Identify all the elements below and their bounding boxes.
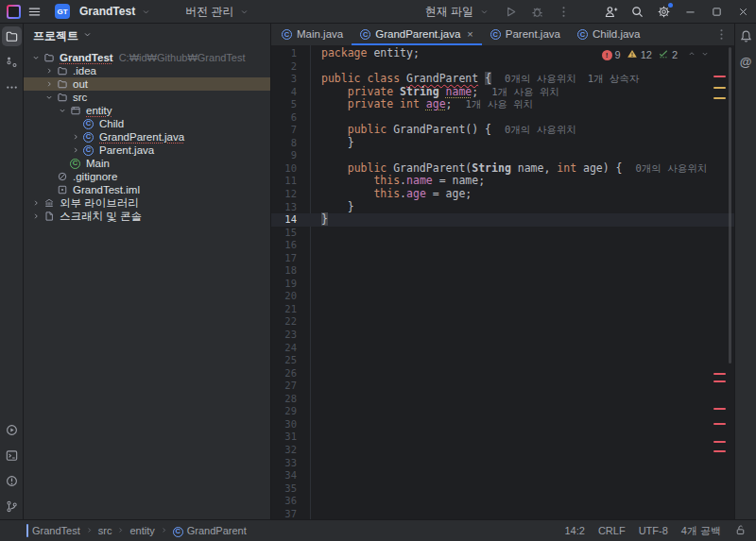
error-stripe-mark[interactable]: [713, 423, 726, 425]
indent-size[interactable]: 4개 공백: [681, 524, 721, 538]
project-tool-icon[interactable]: [2, 26, 22, 46]
search-everywhere-button[interactable]: [624, 0, 650, 23]
warning-count-badge[interactable]: 12: [627, 48, 652, 61]
tree-item-grandtest[interactable]: GrandTestC:₩id₩Github₩GrandTest: [24, 51, 270, 64]
run-configuration-selector[interactable]: 현재 파일: [420, 0, 497, 23]
warning-stripe-mark[interactable]: [713, 97, 726, 99]
breadcrumb-item-grandparent[interactable]: CGrandParent: [173, 524, 247, 536]
ai-assistant-icon[interactable]: @: [736, 52, 756, 72]
tab-parent-java[interactable]: CParent.java: [482, 24, 569, 45]
file-encoding[interactable]: UTF-8: [639, 525, 668, 536]
settings-button[interactable]: [650, 0, 677, 23]
caret-position[interactable]: 14:2: [564, 525, 584, 536]
tab-close-icon[interactable]: ×: [467, 28, 472, 40]
code-line-11[interactable]: 11 this.name = name;: [271, 175, 734, 188]
code-line-25[interactable]: 25: [271, 354, 734, 367]
code-line-10[interactable]: 10 public GrandParent(String name, int a…: [271, 162, 734, 176]
code-line-2[interactable]: 2: [271, 60, 734, 74]
tree-item-child[interactable]: CChild: [24, 117, 270, 130]
tree-chevron-icon[interactable]: [69, 132, 81, 142]
code-line-13[interactable]: 13 }: [271, 201, 734, 214]
tree-item-main[interactable]: CMain: [24, 157, 270, 170]
tree-chevron-icon[interactable]: [29, 198, 42, 208]
debug-button[interactable]: [524, 0, 550, 23]
notifications-icon[interactable]: [736, 26, 756, 46]
code-line-24[interactable]: 24: [271, 342, 734, 355]
code-line-27[interactable]: 27: [271, 380, 734, 393]
tree-item--gitignore[interactable]: .gitignore: [24, 170, 270, 183]
tree-chevron-icon[interactable]: [43, 66, 55, 76]
code-line-23[interactable]: 23: [271, 329, 734, 342]
code-line-3[interactable]: 3public class GrandParent {0개의 사용위치1개 상속…: [271, 73, 734, 86]
tree-chevron-icon[interactable]: [43, 93, 55, 102]
error-stripe-mark[interactable]: [713, 76, 726, 77]
run-button[interactable]: [497, 0, 524, 23]
code-line-7[interactable]: 7 public GrandParent() {0개의 사용위치: [271, 124, 734, 137]
error-stripe-mark[interactable]: [713, 450, 726, 452]
code-line-6[interactable]: 6: [271, 111, 734, 125]
code-line-32[interactable]: 32: [271, 444, 734, 457]
error-stripe-mark[interactable]: [713, 380, 726, 382]
unlock-icon[interactable]: [734, 524, 747, 538]
editor-scrollbar[interactable]: [729, 47, 731, 363]
code-line-34[interactable]: 34: [271, 469, 734, 482]
problems-tool-icon[interactable]: [2, 471, 22, 491]
tree-item-스크래치-및-콘솔[interactable]: 스크래치 및 콘솔: [24, 210, 270, 223]
line-separator[interactable]: CRLF: [598, 525, 626, 536]
terminal-tool-icon[interactable]: [2, 446, 22, 465]
more-actions-button[interactable]: [550, 0, 576, 23]
tab-child-java[interactable]: CChild.java: [569, 24, 649, 45]
close-button[interactable]: [730, 0, 756, 23]
tree-item-grandparent-java[interactable]: CGrandParent.java: [24, 130, 270, 144]
code-line-37[interactable]: 37: [271, 508, 734, 519]
tree-chevron-icon[interactable]: [69, 145, 81, 155]
inspections-widget[interactable]: !9 12 2: [602, 48, 711, 61]
code-line-14[interactable]: 14}: [271, 213, 734, 227]
code-line-20[interactable]: 20: [271, 290, 734, 303]
more-tools-icon[interactable]: [2, 77, 22, 97]
services-tool-icon[interactable]: [2, 420, 22, 440]
code-line-21[interactable]: 21: [271, 303, 734, 316]
vcs-menu-button[interactable]: 버전 관리: [180, 0, 257, 23]
code-with-me-button[interactable]: [597, 0, 624, 23]
tab-main-java[interactable]: CMain.java: [273, 24, 352, 45]
tab-options-icon[interactable]: [713, 27, 729, 42]
tree-item-grandtest-iml[interactable]: GrandTest.iml: [24, 183, 270, 196]
code-line-15[interactable]: 15: [271, 227, 734, 240]
tree-chevron-icon[interactable]: [56, 106, 68, 115]
tree-item-외부-라이브러리[interactable]: 외부 라이브러리: [24, 196, 270, 210]
project-selector[interactable]: GrandTest: [74, 0, 159, 23]
tree-item-entity[interactable]: entity: [24, 104, 270, 117]
code-editor[interactable]: 1package entity;23public class GrandPare…: [271, 45, 734, 519]
tree-chevron-icon[interactable]: [43, 79, 55, 89]
code-line-29[interactable]: 29: [271, 405, 734, 418]
code-line-31[interactable]: 31: [271, 431, 734, 444]
minimize-button[interactable]: [677, 0, 703, 23]
breadcrumb-item-grandtest[interactable]: GrandTest: [26, 525, 80, 536]
code-line-17[interactable]: 17: [271, 252, 734, 265]
code-line-16[interactable]: 16: [271, 239, 734, 252]
error-stripe-mark[interactable]: [713, 373, 726, 375]
tab-grandparent-java[interactable]: CGrandParent.java×: [352, 24, 482, 45]
tree-item--idea[interactable]: .idea: [24, 64, 270, 77]
tree-item-parent-java[interactable]: CParent.java: [24, 144, 270, 157]
code-line-26[interactable]: 26: [271, 367, 734, 380]
code-line-28[interactable]: 28: [271, 393, 734, 406]
typo-count-badge[interactable]: 2: [658, 48, 678, 61]
tree-item-src[interactable]: src: [24, 91, 270, 104]
code-line-22[interactable]: 22: [271, 315, 734, 329]
code-line-4[interactable]: 4 private String name;1개 사용 위치: [271, 86, 734, 99]
next-problem-icon[interactable]: [700, 49, 710, 60]
code-line-5[interactable]: 5 private int age;1개 사용 위치: [271, 98, 734, 111]
breadcrumb-item-src[interactable]: src: [98, 525, 112, 536]
breadcrumb-item-entity[interactable]: entity: [129, 525, 154, 536]
tree-item-out[interactable]: out: [24, 77, 270, 91]
code-line-30[interactable]: 30: [271, 418, 734, 431]
code-line-35[interactable]: 35: [271, 482, 734, 496]
code-line-12[interactable]: 12 this.age = age;: [271, 188, 734, 201]
code-line-9[interactable]: 9: [271, 149, 734, 162]
code-line-36[interactable]: 36: [271, 495, 734, 508]
code-line-18[interactable]: 18: [271, 264, 734, 278]
maximize-button[interactable]: [703, 0, 730, 23]
error-count-badge[interactable]: !9: [602, 49, 621, 60]
